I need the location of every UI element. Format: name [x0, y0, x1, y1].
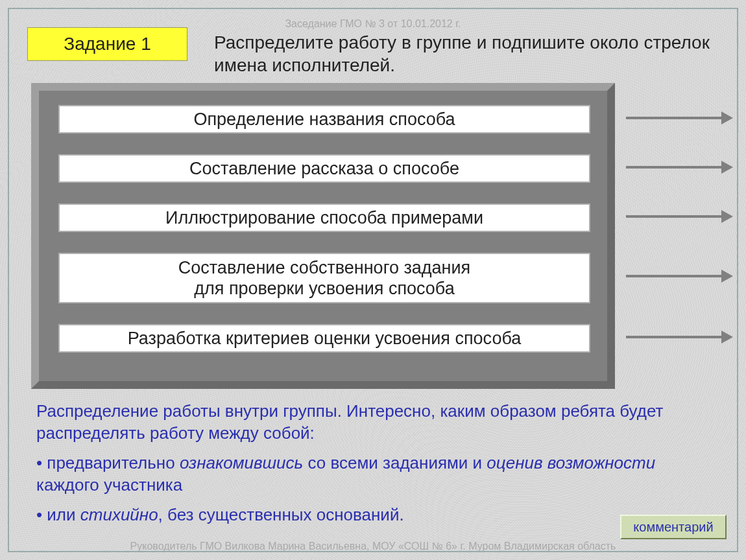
text: каждого участника [36, 475, 182, 495]
commentary-bullet1: • предварительно ознакомившись со всеми … [36, 452, 707, 496]
arrow-icon [626, 213, 733, 220]
instruction-text: Распределите работу в группе и подпишите… [214, 31, 720, 76]
text: , без существенных оснований. [158, 505, 404, 524]
task-title-box: Задание 1 [27, 27, 187, 61]
arrow-icon [626, 272, 733, 280]
text: • предварительно [36, 453, 180, 472]
item-row-5: Разработка критериев оценки усвоения спо… [58, 324, 590, 353]
text-italic: стихийно [80, 505, 158, 524]
arrow-icon [626, 163, 733, 171]
items-panel: Определение названия способа Составление… [31, 83, 615, 389]
text: со всеми заданиями и [303, 453, 487, 472]
item-row-2: Составление рассказа о способе [58, 154, 590, 183]
footer-meta: Руководитель ГМО Вилкова Марина Васильев… [0, 541, 746, 552]
text: • или [36, 505, 80, 524]
text-italic: оценив возможности [487, 453, 655, 472]
item-row-1: Определение названия способа [58, 105, 590, 134]
text-italic: ознакомившись [180, 453, 303, 472]
arrow-icon [626, 114, 733, 122]
item-row-4: Составление собственного задания для про… [58, 253, 590, 303]
commentary-line1: Распределение работы внутри группы. Инте… [36, 401, 707, 445]
commentary-bullet2: • или стихийно, без существенных основан… [36, 504, 707, 526]
arrow-icon [626, 333, 733, 341]
comment-button[interactable]: комментарий [620, 515, 727, 539]
item-row-3: Иллюстрирование способа примерами [58, 204, 590, 232]
